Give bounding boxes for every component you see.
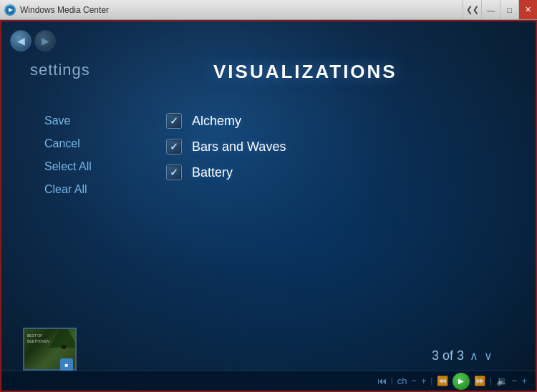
nav-buttons: ◀ ▶	[10, 30, 56, 52]
transport-bar: ⏮ | ch − + | ⏪ ▶ ⏩ | 🔉 − +	[1, 371, 536, 391]
viz-item-alchemy[interactable]: Alchemy	[166, 113, 286, 129]
transport-volume-minus[interactable]: −	[512, 376, 518, 386]
viz-item-battery[interactable]: Battery	[166, 165, 286, 180]
window-controls: ❮❮ — □ ✕	[463, 0, 537, 19]
select-all-button[interactable]: Select All	[44, 160, 92, 173]
transport-volume-down[interactable]: 🔉	[496, 376, 508, 386]
visualization-list: Alchemy Bars and Waves Battery	[166, 113, 286, 180]
save-button[interactable]: Save	[44, 114, 92, 127]
transport-volume-plus[interactable]: +	[521, 376, 527, 386]
viz-item-bars-and-waves[interactable]: Bars and Waves	[166, 139, 286, 155]
app-icon	[4, 4, 16, 16]
transport-ch-plus[interactable]: +	[421, 376, 427, 386]
viz-checkbox-alchemy[interactable]	[166, 113, 182, 129]
close-button[interactable]: ✕	[518, 0, 537, 19]
svg-rect-3	[62, 345, 66, 349]
maximize-button[interactable]: □	[500, 0, 518, 19]
transport-sep1: |	[391, 377, 393, 385]
page-up-button[interactable]: ∧	[470, 349, 478, 363]
minimize-button[interactable]: —	[481, 0, 500, 19]
page-count: 3 of 3	[432, 348, 464, 363]
viz-checkbox-battery[interactable]	[166, 165, 182, 180]
clear-all-button[interactable]: Clear All	[44, 183, 92, 196]
nav-back-btn[interactable]: ❮❮	[463, 0, 481, 19]
transport-skip-forward[interactable]: ⏩	[474, 376, 485, 386]
main-window: ◀ ▶ settings VISUALIZATIONS Save Cancel …	[0, 20, 537, 392]
forward-button[interactable]: ▶	[34, 30, 56, 52]
pagination: 3 of 3 ∧ ∨	[432, 348, 493, 363]
transport-ch-minus[interactable]: −	[411, 376, 417, 386]
back-button[interactable]: ◀	[10, 30, 32, 52]
left-menu: Save Cancel Select All Clear All	[44, 114, 92, 196]
svg-marker-2	[49, 328, 77, 348]
viz-label-bars-and-waves: Bars and Waves	[192, 139, 286, 155]
viz-checkbox-bars-and-waves[interactable]	[166, 139, 182, 155]
thumbnail-badge: ■	[60, 358, 73, 371]
transport-ch-label: ch	[397, 376, 407, 386]
transport-skip-back[interactable]: ⏪	[437, 376, 448, 386]
transport-play-button[interactable]: ▶	[453, 373, 470, 390]
transport-sep3: |	[490, 377, 492, 385]
window-title: Windows Media Center	[20, 5, 463, 15]
transport-rewind-button[interactable]: ⏮	[377, 376, 387, 386]
viz-label-alchemy: Alchemy	[192, 114, 241, 129]
transport-sep2: |	[431, 377, 433, 385]
viz-label-battery: Battery	[192, 165, 233, 180]
titlebar: Windows Media Center ❮❮ — □ ✕	[0, 0, 537, 20]
cancel-button[interactable]: Cancel	[44, 137, 92, 150]
page-down-button[interactable]: ∨	[484, 349, 493, 363]
section-label: settings	[30, 61, 90, 79]
page-title: VISUALIZATIONS	[213, 61, 397, 83]
